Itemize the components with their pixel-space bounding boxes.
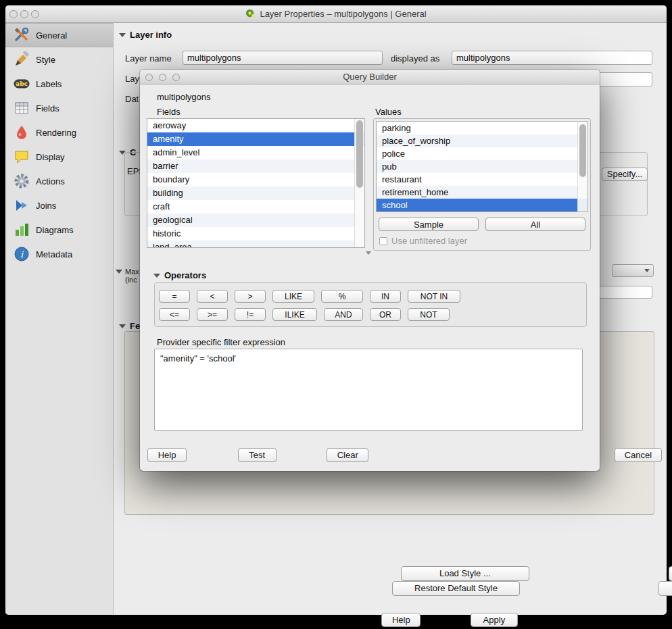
field-row[interactable]: craft — [147, 200, 364, 213]
layer-name-label: Layer name — [125, 53, 172, 64]
field-row[interactable]: geological — [147, 213, 364, 227]
field-row[interactable]: land_area — [147, 241, 364, 248]
scale-combo[interactable] — [612, 264, 654, 277]
qb-test-button[interactable]: Test — [238, 448, 277, 462]
operator-or-button[interactable]: OR — [370, 308, 401, 321]
value-row[interactable]: pub — [377, 160, 587, 173]
fields-scrollbar[interactable] — [354, 119, 364, 247]
field-row[interactable]: building — [147, 186, 364, 200]
qb-help-button[interactable]: Help — [147, 448, 187, 462]
value-row-selected[interactable]: school — [377, 199, 587, 211]
operator-ge-button[interactable]: >= — [197, 308, 228, 321]
info-icon: i — [14, 246, 30, 262]
value-row[interactable]: restaurant — [377, 173, 587, 186]
query-builder-titlebar[interactable]: Query Builder — [140, 70, 600, 84]
fields-table-icon — [14, 100, 30, 116]
operator-percent-button[interactable]: % — [321, 290, 363, 303]
specify-crs-button[interactable]: Specify... — [602, 168, 648, 181]
sidebar-item-label: Labels — [36, 79, 62, 89]
operators-section-header[interactable]: Operators — [153, 270, 206, 280]
sidebar-item-joins[interactable]: Joins — [5, 193, 113, 218]
filter-expression-textarea[interactable]: "amenity" = 'school' — [154, 349, 583, 431]
scale-max-label: Max — [125, 268, 139, 276]
scale-collapse-triangle-icon[interactable] — [116, 270, 122, 274]
field-row[interactable]: aeroway — [147, 119, 364, 132]
save-style-button[interactable]: Save Style — [658, 581, 672, 596]
operator-not-in-button[interactable]: NOT IN — [408, 290, 460, 303]
field-row[interactable]: historic — [147, 227, 364, 241]
value-row[interactable]: police — [377, 147, 587, 160]
layer-name-input[interactable] — [183, 51, 383, 65]
use-unfiltered-checkbox[interactable] — [379, 237, 387, 245]
value-row[interactable]: place_of_worship — [377, 134, 587, 147]
values-scrollbar[interactable] — [577, 122, 587, 211]
rendering-icon — [14, 124, 30, 141]
qb-cancel-button[interactable]: Cancel — [615, 448, 662, 462]
collapse-triangle-icon — [153, 274, 160, 278]
window-titlebar[interactable]: Layer Properties – multipolygons | Gener… — [5, 5, 667, 23]
all-button[interactable]: All — [485, 218, 585, 231]
use-unfiltered-label: Use unfiltered layer — [391, 236, 467, 246]
joins-icon — [14, 197, 30, 213]
qgis-icon — [245, 9, 256, 19]
labels-abc-icon: abc — [14, 76, 30, 92]
fields-label: Fields — [157, 107, 181, 117]
sidebar-item-general[interactable]: General — [5, 23, 113, 47]
sidebar-item-labels[interactable]: abc Labels — [5, 72, 113, 96]
fields-list: aeroway amenity admin_level barrier boun… — [147, 118, 365, 248]
operator-gt-button[interactable]: > — [235, 290, 266, 303]
qb-clear-button[interactable]: Clear — [327, 448, 368, 462]
load-style-button[interactable]: Load Style ... — [401, 566, 529, 581]
layer-info-section-header[interactable]: Layer info — [119, 30, 172, 40]
sidebar-item-fields[interactable]: Fields — [5, 96, 113, 120]
sidebar-item-rendering[interactable]: Rendering — [5, 120, 113, 145]
sidebar-item-display[interactable]: Display — [5, 145, 113, 169]
collapse-triangle-icon — [119, 33, 126, 37]
sidebar-item-style[interactable]: Style — [5, 47, 113, 72]
operator-not-button[interactable]: NOT — [408, 308, 450, 321]
operator-le-button[interactable]: <= — [159, 308, 190, 321]
window-title-area: Layer Properties – multipolygons | Gener… — [5, 5, 667, 22]
datasource-label: Dat — [125, 94, 139, 104]
sidebar-item-label: Display — [36, 152, 65, 162]
sidebar-item-diagrams[interactable]: Diagrams — [5, 218, 113, 242]
operator-eq-button[interactable]: = — [159, 290, 190, 303]
operator-ilike-button[interactable]: ILIKE — [272, 308, 317, 321]
sample-button[interactable]: Sample — [379, 218, 479, 231]
sidebar-item-label: Style — [36, 55, 55, 65]
properties-sidebar: General Style abc Labels Fields Renderin… — [5, 23, 114, 615]
operator-and-button[interactable]: AND — [324, 308, 363, 321]
features-section-header[interactable]: Fe — [119, 321, 140, 331]
operator-ne-button[interactable]: != — [235, 308, 266, 321]
layer-source-label: Lay — [125, 74, 139, 84]
splitter-chevron-icon[interactable] — [366, 251, 371, 255]
svg-text:abc: abc — [16, 80, 28, 87]
operator-like-button[interactable]: LIKE — [272, 290, 314, 303]
sidebar-item-actions[interactable]: Actions — [5, 169, 113, 193]
operator-in-button[interactable]: IN — [370, 290, 401, 303]
help-button[interactable]: Help — [381, 613, 421, 627]
values-list: parking place_of_worship police pub rest… — [376, 121, 588, 212]
restore-default-style-button[interactable]: Restore Default Style — [392, 581, 520, 596]
field-row[interactable]: boundary — [147, 173, 364, 186]
value-row[interactable]: retirement_home — [377, 186, 587, 199]
displayed-as-input[interactable] — [452, 51, 652, 65]
field-row[interactable]: barrier — [147, 159, 364, 173]
values-group: parking place_of_worship police pub rest… — [373, 118, 591, 251]
scrollbar-thumb[interactable] — [579, 124, 586, 177]
field-row[interactable]: admin_level — [147, 146, 364, 159]
sidebar-item-label: Diagrams — [36, 225, 74, 235]
value-row[interactable]: parking — [377, 122, 587, 134]
operator-lt-button[interactable]: < — [197, 290, 228, 303]
sidebar-item-metadata[interactable]: i Metadata — [5, 242, 113, 266]
field-row-selected[interactable]: amenity — [147, 132, 364, 146]
scrollbar-thumb[interactable] — [356, 120, 363, 188]
query-builder-title: Query Builder — [343, 72, 396, 82]
save-as-default-button[interactable]: Save As Default — [669, 566, 672, 581]
operators-label: Operators — [164, 270, 206, 280]
qb-layer-name: multipolygons — [157, 92, 211, 102]
scale-inc-label: (inc — [125, 276, 137, 284]
paintbrush-icon — [14, 51, 30, 68]
apply-button[interactable]: Apply — [471, 613, 518, 627]
sidebar-item-label: Actions — [36, 176, 65, 186]
